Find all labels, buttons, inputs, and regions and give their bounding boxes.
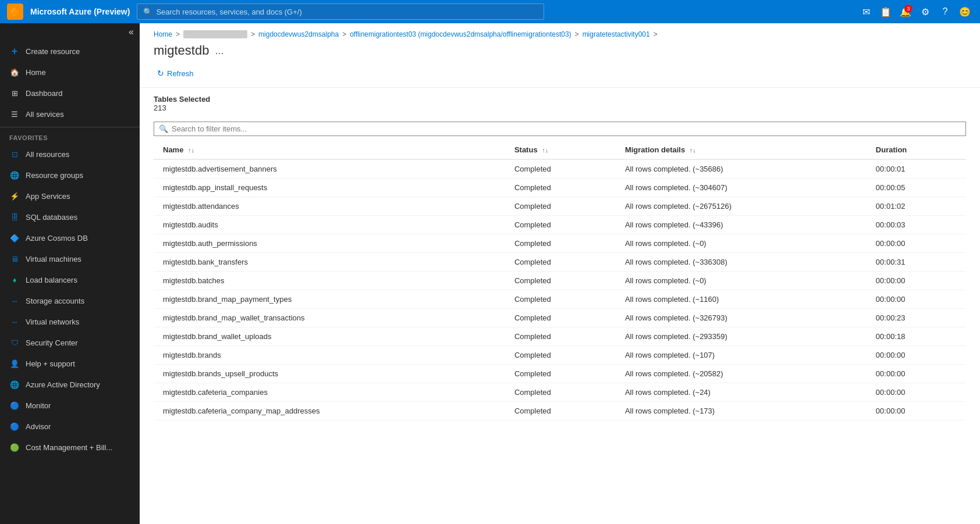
cell-migration-details: All rows completed. (~24) [616,383,867,402]
app-title: Microsoft Azure (Preview) [30,7,130,16]
sidebar-item-virtual-machines[interactable]: 🖥 Virtual machines [0,248,140,269]
security-icon: 🛡 [9,337,20,348]
sidebar-label-home: Home [26,68,46,77]
sidebar-label-virtual-machines: Virtual machines [26,255,81,263]
cell-duration: 00:00:05 [867,179,966,197]
table-row: migtestdb.attendances Completed All rows… [154,197,966,216]
cell-name[interactable]: migtestdb.cafeteria_company_map_addresse… [154,402,505,420]
more-options-button[interactable]: ... [215,45,223,57]
col-duration: Duration [867,141,966,159]
filter-input[interactable] [172,124,961,133]
sidebar-label-resource-groups: Resource groups [26,171,83,180]
col-status-sort-icon[interactable]: ↑↓ [542,147,548,154]
azure-logo: 🔶 [7,3,23,20]
breadcrumb-offline-test[interactable]: offlinemigrationtest03 (migdocdevwus2dms… [350,30,571,38]
notifications-icon[interactable]: 🔔 3 [897,3,914,20]
breadcrumb-sep-2: > [251,30,255,38]
sidebar-item-all-services[interactable]: ☰ All services [0,104,140,124]
toolbar: ↻ Refresh [140,63,980,88]
sidebar-item-resource-groups[interactable]: 🌐 Resource groups [0,165,140,186]
sidebar-item-advisor[interactable]: 🔵 Advisor [0,416,140,437]
cell-migration-details: All rows completed. (~0) [616,234,867,253]
sidebar-item-create-resource[interactable]: + Create resource [0,41,140,62]
sidebar-item-all-resources[interactable]: ⊡ All resources [0,144,140,165]
sidebar-item-app-services[interactable]: ⚡ App Services [0,186,140,206]
cell-name[interactable]: migtestdb.brands_upsell_products [154,365,505,383]
cell-name[interactable]: migtestdb.audits [154,216,505,234]
table-header: Name ↑↓ Status ↑↓ Migration details ↑↓ [154,141,966,159]
collapse-button[interactable]: « [129,27,134,37]
sidebar-collapse[interactable]: « [0,23,140,41]
topbar-icons: ✉ 📋 🔔 3 ⚙ ? 😊 [858,3,973,20]
col-status[interactable]: Status ↑↓ [505,141,616,159]
col-status-label: Status [514,145,538,154]
breadcrumb-blurred[interactable]: ████████████ [183,30,247,38]
global-search[interactable]: 🔍 [137,3,544,20]
breadcrumb-home[interactable]: Home [154,30,172,38]
search-input[interactable] [156,8,538,16]
breadcrumb-sep-5: > [654,30,658,38]
sidebar-item-monitor[interactable]: 🔵 Monitor [0,395,140,416]
table-row: migtestdb.brand_map_wallet_transactions … [154,309,966,327]
cell-name[interactable]: migtestdb.cafeteria_companies [154,383,505,402]
profile-icon[interactable]: 😊 [957,3,973,20]
col-migration-sort-icon[interactable]: ↑↓ [690,147,696,154]
mail-icon[interactable]: ✉ [858,3,874,20]
cell-duration: 00:00:01 [867,159,966,179]
sql-icon: 🗄 [9,212,20,222]
breadcrumb-migrate-activity[interactable]: migratetestactivity001 [583,30,650,38]
sidebar-item-security-center[interactable]: 🛡 Security Center [0,332,140,353]
sidebar-label-monitor: Monitor [26,401,51,410]
sidebar-item-help-support[interactable]: 👤 Help + support [0,353,140,374]
cell-migration-details: All rows completed. (~43396) [616,216,867,234]
portal-icon[interactable]: 📋 [878,3,894,20]
cell-status: Completed [505,234,616,253]
table-row: migtestdb.batches Completed All rows com… [154,272,966,290]
sidebar-label-virtual-networks: Virtual networks [26,318,79,326]
col-duration-label: Duration [876,145,907,154]
cell-name[interactable]: migtestdb.app_install_requests [154,179,505,197]
cell-name[interactable]: migtestdb.brand_map_payment_types [154,290,505,309]
storage-icon: ↔ [9,295,20,306]
cell-name[interactable]: migtestdb.auth_permissions [154,234,505,253]
filter-input-wrap[interactable]: 🔍 [154,122,966,136]
cell-name[interactable]: migtestdb.batches [154,272,505,290]
table-row: migtestdb.bank_transfers Completed All r… [154,253,966,272]
cell-duration: 00:00:00 [867,346,966,365]
col-name[interactable]: Name ↑↓ [154,141,505,159]
sidebar-item-home[interactable]: 🏠 Home [0,62,140,83]
sidebar-item-virtual-networks[interactable]: ↔ Virtual networks [0,311,140,332]
sidebar-item-dashboard[interactable]: ⊞ Dashboard [0,83,140,104]
sidebar-item-azure-cosmos-db[interactable]: 🔷 Azure Cosmos DB [0,227,140,248]
settings-icon[interactable]: ⚙ [917,3,933,20]
table-row: migtestdb.brands_upsell_products Complet… [154,365,966,383]
monitor-icon: 🔵 [9,400,20,411]
cell-duration: 00:00:00 [867,272,966,290]
help-support-icon: 👤 [9,358,20,369]
cell-duration: 00:00:00 [867,383,966,402]
cell-name[interactable]: migtestdb.attendances [154,197,505,216]
cell-migration-details: All rows completed. (~107) [616,346,867,365]
logo-emoji: 🔶 [9,6,21,17]
sidebar-item-load-balancers[interactable]: ♦ Load balancers [0,269,140,290]
sidebar-item-azure-active-directory[interactable]: 🌐 Azure Active Directory [0,374,140,395]
all-resources-icon: ⊡ [9,149,20,159]
breadcrumb-dms-alpha[interactable]: migdocdevwus2dmsalpha [258,30,339,38]
help-icon[interactable]: ? [937,3,953,20]
cell-name[interactable]: migtestdb.brand_wallet_uploads [154,327,505,346]
cell-duration: 00:01:02 [867,197,966,216]
cell-status: Completed [505,253,616,272]
cell-name[interactable]: migtestdb.brands [154,346,505,365]
cell-name[interactable]: migtestdb.brand_map_wallet_transactions [154,309,505,327]
col-migration-details[interactable]: Migration details ↑↓ [616,141,867,159]
sidebar-item-storage-accounts[interactable]: ↔ Storage accounts [0,290,140,311]
data-table-wrap: Name ↑↓ Status ↑↓ Migration details ↑↓ [140,141,980,420]
sidebar-item-cost-management[interactable]: 🟢 Cost Management + Bill... [0,437,140,458]
sidebar-item-sql-databases[interactable]: 🗄 SQL databases [0,206,140,227]
vnet-icon: ↔ [9,316,20,327]
refresh-button[interactable]: ↻ Refresh [154,66,197,80]
sidebar-label-dashboard: Dashboard [26,89,63,98]
cell-name[interactable]: migtestdb.advertisement_banners [154,159,505,179]
col-name-sort-icon[interactable]: ↑↓ [188,147,194,154]
cell-name[interactable]: migtestdb.bank_transfers [154,253,505,272]
